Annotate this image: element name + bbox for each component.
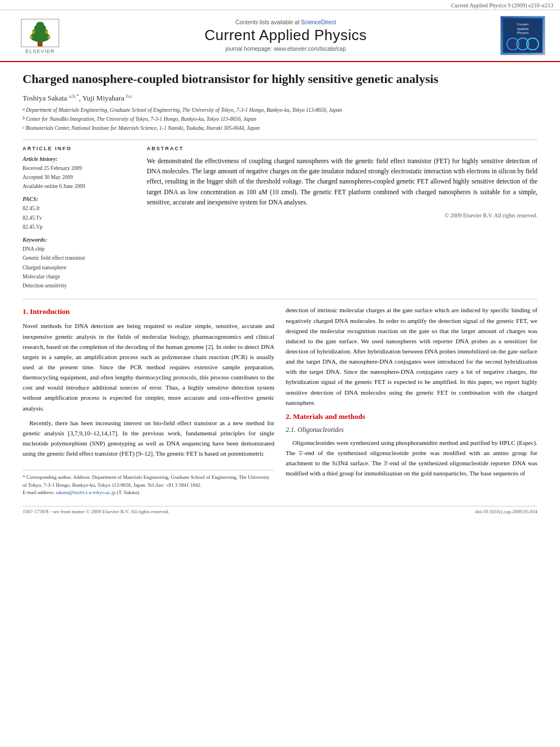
article-info-label: ARTICLE INFO xyxy=(23,146,135,151)
contents-bar: Contents lists available at ScienceDirec… xyxy=(71,19,500,25)
divider-after-affil xyxy=(23,139,537,140)
copyright-text: © 2009 Elsevier B.V. All rights reserved… xyxy=(147,212,537,219)
abstract-text: We demonstrated the effectiveness of cou… xyxy=(147,156,537,208)
citation-text: Current Applied Physics 9 (2009) e210–e2… xyxy=(451,2,553,8)
pacs2: 82.45.Tv xyxy=(23,214,135,222)
elsevier-label: ELSEVIER xyxy=(25,49,55,54)
keyword-3: Charged nanosphere xyxy=(23,264,135,272)
journal-main-title: Current Applied Physics xyxy=(71,27,500,44)
svg-point-4 xyxy=(36,21,44,28)
footer-left: 1567-1739/$ - see front matter © 2009 El… xyxy=(23,509,169,514)
intro-para-2: Recently, there has been increasing inte… xyxy=(23,418,274,459)
elsevier-logo-area: ELSEVIER xyxy=(9,18,71,54)
footnote-section: * Corresponding author. Address: Departm… xyxy=(23,470,274,497)
affil-a: a Department of Materials Engineering, G… xyxy=(23,106,537,114)
accepted-text: Accepted 30 May 2009 xyxy=(23,173,135,181)
body-content: 1. Introduction Novel methods for DNA de… xyxy=(23,305,537,496)
abstract-col: ABSTRACT We demonstrated the effectivene… xyxy=(147,146,537,291)
footnote-email: E-mail address: sakata@biofet.t.u-tokyo.… xyxy=(23,489,274,497)
abstract-label: ABSTRACT xyxy=(147,146,537,151)
pacs-label: PACS: xyxy=(23,196,135,202)
received-text: Received 25 February 2009 xyxy=(23,164,135,172)
oligos-heading: 2.1. Oligonucleotides xyxy=(286,426,537,434)
oligos-para: Oligonucleotides were synthesized using … xyxy=(286,438,537,479)
citation-bar: Current Applied Physics 9 (2009) e210–e2… xyxy=(0,0,560,10)
contents-label: Contents lists available at xyxy=(235,19,299,25)
footer-doi: doi:10.1016/j.cap.2009.05.034 xyxy=(475,509,537,514)
svg-point-7 xyxy=(32,30,35,33)
right-para-1: detection of intrinsic molecular charges… xyxy=(286,305,537,407)
article-content: Charged nanosphere-coupled biotransistor… xyxy=(0,62,560,523)
affiliations: a Department of Materials Engineering, G… xyxy=(23,106,537,133)
history-label: Article history: xyxy=(23,156,135,162)
email-label: E-mail address: xyxy=(23,490,55,495)
cover-image: Current Applied Physics xyxy=(500,16,545,55)
keywords-label: Keywords: xyxy=(23,237,135,243)
affil-c: c Biomaterials Center, National Institut… xyxy=(23,124,537,132)
pacs3: 82.45.Vp xyxy=(23,223,135,231)
keywords-section: Keywords: DNA chip Genetic field effect … xyxy=(23,237,135,290)
keyword-5: Detection sensitivity xyxy=(23,282,135,290)
intro-para-1: Novel methods for DNA detection are bein… xyxy=(23,321,274,413)
journal-homepage: journal homepage: www.elsevier.com/locat… xyxy=(71,46,500,52)
materials-heading: 2. Materials and methods xyxy=(286,412,537,421)
article-info-col: ARTICLE INFO Article history: Received 2… xyxy=(23,146,135,291)
email-address[interactable]: sakata@biofet.t.u-tokyo.ac.jp xyxy=(55,490,115,495)
keyword-1: DNA chip xyxy=(23,245,135,253)
authors-line: Toshiya Sakata a,b,*, Yuji Miyahara b,c xyxy=(23,93,537,103)
available-text: Available online 6 June 2009 xyxy=(23,182,135,190)
author-names: Toshiya Sakata a,b,*, Yuji Miyahara b,c xyxy=(23,94,132,102)
body-left-col: 1. Introduction Novel methods for DNA de… xyxy=(23,305,274,496)
svg-text:Physics: Physics xyxy=(517,30,528,34)
journal-title-area: Contents lists available at ScienceDirec… xyxy=(71,19,500,52)
email-suffix: (T. Sakata). xyxy=(117,490,141,495)
journal-header: ELSEVIER Contents lists available at Sci… xyxy=(0,10,560,62)
journal-cover: Current Applied Physics xyxy=(500,16,551,55)
keyword-4: Molecular charge xyxy=(23,273,135,281)
sciencedirect-link[interactable]: ScienceDirect xyxy=(301,19,336,25)
elsevier-tree-icon xyxy=(20,18,60,49)
footer-bar: 1567-1739/$ - see front matter © 2009 El… xyxy=(23,506,537,514)
affil-b: b Center for NanoBio Integration, The Un… xyxy=(23,115,537,123)
footnote-star: * Corresponding author. Address: Departm… xyxy=(23,474,274,489)
svg-text:Current: Current xyxy=(517,22,529,26)
introduction-heading: 1. Introduction xyxy=(23,307,274,316)
keyword-2: Genetic field effect transistor xyxy=(23,254,135,262)
article-title: Charged nanosphere-coupled biotransistor… xyxy=(23,71,537,88)
svg-text:Applied: Applied xyxy=(517,27,528,30)
svg-point-5 xyxy=(30,35,33,38)
body-right-col: detection of intrinsic molecular charges… xyxy=(286,305,537,496)
svg-point-8 xyxy=(45,30,48,33)
divider-before-body xyxy=(23,299,537,299)
info-abstract-section: ARTICLE INFO Article history: Received 2… xyxy=(23,146,537,291)
svg-point-6 xyxy=(47,35,50,38)
pacs-section: PACS: 82.45.Jr 82.45.Tv 82.45.Vp xyxy=(23,196,135,231)
pacs1: 82.45.Jr xyxy=(23,204,135,212)
